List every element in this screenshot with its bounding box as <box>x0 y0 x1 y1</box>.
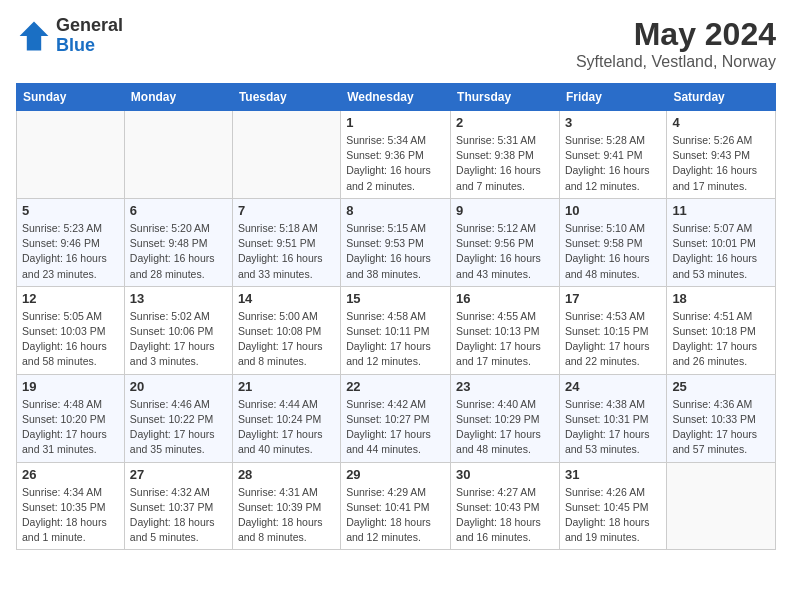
day-number: 19 <box>22 379 119 394</box>
day-number: 11 <box>672 203 770 218</box>
logo-blue-text: Blue <box>56 36 123 56</box>
calendar-day-cell <box>17 111 125 199</box>
calendar-week-row: 1Sunrise: 5:34 AM Sunset: 9:36 PM Daylig… <box>17 111 776 199</box>
calendar-table: SundayMondayTuesdayWednesdayThursdayFrid… <box>16 83 776 550</box>
day-number: 6 <box>130 203 227 218</box>
weekday-header: Monday <box>124 84 232 111</box>
weekday-header: Tuesday <box>232 84 340 111</box>
calendar-day-cell: 26Sunrise: 4:34 AM Sunset: 10:35 PM Dayl… <box>17 462 125 550</box>
calendar-week-row: 5Sunrise: 5:23 AM Sunset: 9:46 PM Daylig… <box>17 198 776 286</box>
day-number: 2 <box>456 115 554 130</box>
day-info: Sunrise: 4:27 AM Sunset: 10:43 PM Daylig… <box>456 485 554 546</box>
weekday-header: Wednesday <box>341 84 451 111</box>
day-info: Sunrise: 4:29 AM Sunset: 10:41 PM Daylig… <box>346 485 445 546</box>
day-number: 1 <box>346 115 445 130</box>
day-info: Sunrise: 5:07 AM Sunset: 10:01 PM Daylig… <box>672 221 770 282</box>
day-number: 24 <box>565 379 661 394</box>
calendar-day-cell: 16Sunrise: 4:55 AM Sunset: 10:13 PM Dayl… <box>451 286 560 374</box>
day-number: 25 <box>672 379 770 394</box>
calendar-day-cell: 15Sunrise: 4:58 AM Sunset: 10:11 PM Dayl… <box>341 286 451 374</box>
day-info: Sunrise: 4:46 AM Sunset: 10:22 PM Daylig… <box>130 397 227 458</box>
calendar-day-cell: 30Sunrise: 4:27 AM Sunset: 10:43 PM Dayl… <box>451 462 560 550</box>
day-info: Sunrise: 4:26 AM Sunset: 10:45 PM Daylig… <box>565 485 661 546</box>
day-info: Sunrise: 4:51 AM Sunset: 10:18 PM Daylig… <box>672 309 770 370</box>
day-number: 3 <box>565 115 661 130</box>
calendar-day-cell: 8Sunrise: 5:15 AM Sunset: 9:53 PM Daylig… <box>341 198 451 286</box>
calendar-day-cell: 31Sunrise: 4:26 AM Sunset: 10:45 PM Dayl… <box>559 462 666 550</box>
logo-icon <box>16 18 52 54</box>
title-block: May 2024 Syfteland, Vestland, Norway <box>576 16 776 71</box>
weekday-header: Saturday <box>667 84 776 111</box>
day-number: 15 <box>346 291 445 306</box>
day-number: 30 <box>456 467 554 482</box>
day-info: Sunrise: 5:28 AM Sunset: 9:41 PM Dayligh… <box>565 133 661 194</box>
calendar-day-cell: 28Sunrise: 4:31 AM Sunset: 10:39 PM Dayl… <box>232 462 340 550</box>
day-number: 27 <box>130 467 227 482</box>
calendar-day-cell: 1Sunrise: 5:34 AM Sunset: 9:36 PM Daylig… <box>341 111 451 199</box>
calendar-day-cell: 11Sunrise: 5:07 AM Sunset: 10:01 PM Dayl… <box>667 198 776 286</box>
day-info: Sunrise: 4:44 AM Sunset: 10:24 PM Daylig… <box>238 397 335 458</box>
day-number: 10 <box>565 203 661 218</box>
day-number: 7 <box>238 203 335 218</box>
svg-marker-0 <box>20 21 49 50</box>
calendar-day-cell: 23Sunrise: 4:40 AM Sunset: 10:29 PM Dayl… <box>451 374 560 462</box>
calendar-day-cell: 2Sunrise: 5:31 AM Sunset: 9:38 PM Daylig… <box>451 111 560 199</box>
calendar-day-cell: 27Sunrise: 4:32 AM Sunset: 10:37 PM Dayl… <box>124 462 232 550</box>
day-info: Sunrise: 5:18 AM Sunset: 9:51 PM Dayligh… <box>238 221 335 282</box>
calendar-day-cell: 4Sunrise: 5:26 AM Sunset: 9:43 PM Daylig… <box>667 111 776 199</box>
calendar-week-row: 12Sunrise: 5:05 AM Sunset: 10:03 PM Dayl… <box>17 286 776 374</box>
day-number: 22 <box>346 379 445 394</box>
calendar-day-cell: 29Sunrise: 4:29 AM Sunset: 10:41 PM Dayl… <box>341 462 451 550</box>
day-info: Sunrise: 5:15 AM Sunset: 9:53 PM Dayligh… <box>346 221 445 282</box>
logo: General Blue <box>16 16 123 56</box>
day-number: 9 <box>456 203 554 218</box>
month-year-title: May 2024 <box>576 16 776 53</box>
calendar-day-cell: 21Sunrise: 4:44 AM Sunset: 10:24 PM Dayl… <box>232 374 340 462</box>
day-number: 8 <box>346 203 445 218</box>
day-info: Sunrise: 4:31 AM Sunset: 10:39 PM Daylig… <box>238 485 335 546</box>
calendar-day-cell: 13Sunrise: 5:02 AM Sunset: 10:06 PM Dayl… <box>124 286 232 374</box>
day-info: Sunrise: 4:55 AM Sunset: 10:13 PM Daylig… <box>456 309 554 370</box>
calendar-day-cell: 20Sunrise: 4:46 AM Sunset: 10:22 PM Dayl… <box>124 374 232 462</box>
day-number: 28 <box>238 467 335 482</box>
day-info: Sunrise: 4:38 AM Sunset: 10:31 PM Daylig… <box>565 397 661 458</box>
logo-general-text: General <box>56 16 123 36</box>
day-info: Sunrise: 5:12 AM Sunset: 9:56 PM Dayligh… <box>456 221 554 282</box>
day-info: Sunrise: 4:53 AM Sunset: 10:15 PM Daylig… <box>565 309 661 370</box>
weekday-header: Thursday <box>451 84 560 111</box>
calendar-day-cell: 10Sunrise: 5:10 AM Sunset: 9:58 PM Dayli… <box>559 198 666 286</box>
day-info: Sunrise: 5:00 AM Sunset: 10:08 PM Daylig… <box>238 309 335 370</box>
day-info: Sunrise: 5:10 AM Sunset: 9:58 PM Dayligh… <box>565 221 661 282</box>
calendar-day-cell: 24Sunrise: 4:38 AM Sunset: 10:31 PM Dayl… <box>559 374 666 462</box>
day-info: Sunrise: 4:34 AM Sunset: 10:35 PM Daylig… <box>22 485 119 546</box>
day-number: 18 <box>672 291 770 306</box>
location-subtitle: Syfteland, Vestland, Norway <box>576 53 776 71</box>
calendar-day-cell: 14Sunrise: 5:00 AM Sunset: 10:08 PM Dayl… <box>232 286 340 374</box>
day-info: Sunrise: 5:23 AM Sunset: 9:46 PM Dayligh… <box>22 221 119 282</box>
day-number: 21 <box>238 379 335 394</box>
calendar-day-cell: 7Sunrise: 5:18 AM Sunset: 9:51 PM Daylig… <box>232 198 340 286</box>
weekday-header-row: SundayMondayTuesdayWednesdayThursdayFrid… <box>17 84 776 111</box>
calendar-day-cell <box>124 111 232 199</box>
day-info: Sunrise: 5:26 AM Sunset: 9:43 PM Dayligh… <box>672 133 770 194</box>
calendar-day-cell: 19Sunrise: 4:48 AM Sunset: 10:20 PM Dayl… <box>17 374 125 462</box>
page-header: General Blue May 2024 Syfteland, Vestlan… <box>16 16 776 71</box>
day-info: Sunrise: 5:34 AM Sunset: 9:36 PM Dayligh… <box>346 133 445 194</box>
calendar-day-cell: 25Sunrise: 4:36 AM Sunset: 10:33 PM Dayl… <box>667 374 776 462</box>
calendar-week-row: 19Sunrise: 4:48 AM Sunset: 10:20 PM Dayl… <box>17 374 776 462</box>
calendar-day-cell: 12Sunrise: 5:05 AM Sunset: 10:03 PM Dayl… <box>17 286 125 374</box>
day-info: Sunrise: 5:20 AM Sunset: 9:48 PM Dayligh… <box>130 221 227 282</box>
day-number: 5 <box>22 203 119 218</box>
day-number: 13 <box>130 291 227 306</box>
calendar-day-cell <box>667 462 776 550</box>
weekday-header: Friday <box>559 84 666 111</box>
logo-text: General Blue <box>56 16 123 56</box>
day-number: 17 <box>565 291 661 306</box>
day-number: 14 <box>238 291 335 306</box>
calendar-day-cell: 9Sunrise: 5:12 AM Sunset: 9:56 PM Daylig… <box>451 198 560 286</box>
calendar-day-cell: 18Sunrise: 4:51 AM Sunset: 10:18 PM Dayl… <box>667 286 776 374</box>
day-info: Sunrise: 4:36 AM Sunset: 10:33 PM Daylig… <box>672 397 770 458</box>
day-number: 26 <box>22 467 119 482</box>
calendar-week-row: 26Sunrise: 4:34 AM Sunset: 10:35 PM Dayl… <box>17 462 776 550</box>
calendar-day-cell: 5Sunrise: 5:23 AM Sunset: 9:46 PM Daylig… <box>17 198 125 286</box>
